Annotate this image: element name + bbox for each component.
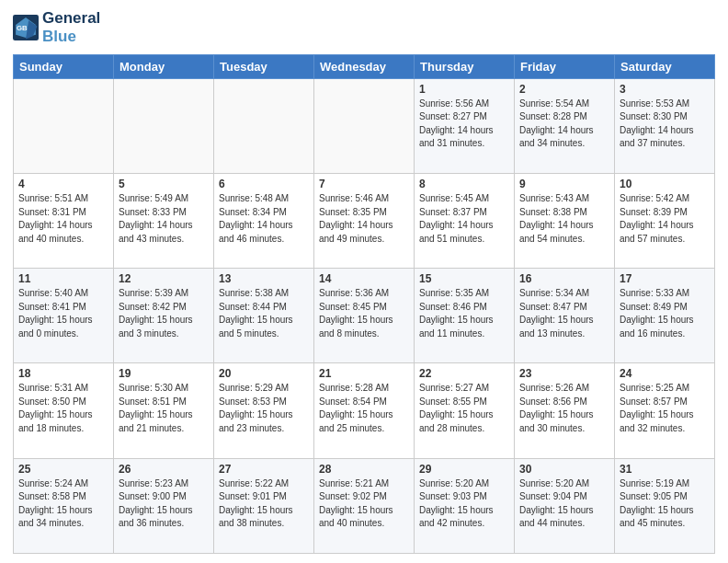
calendar-cell: 19Sunrise: 5:30 AM Sunset: 8:51 PM Dayli…: [114, 363, 214, 458]
day-info: Sunrise: 5:54 AM Sunset: 8:28 PM Dayligh…: [519, 98, 609, 151]
calendar-cell: 17Sunrise: 5:33 AM Sunset: 8:49 PM Dayli…: [615, 269, 715, 363]
calendar-cell: 16Sunrise: 5:34 AM Sunset: 8:47 PM Dayli…: [515, 269, 615, 363]
day-number: 16: [519, 272, 609, 285]
calendar-cell: 15Sunrise: 5:35 AM Sunset: 8:46 PM Dayli…: [415, 269, 515, 363]
calendar-cell: 23Sunrise: 5:26 AM Sunset: 8:56 PM Dayli…: [515, 363, 615, 458]
day-number: 25: [18, 463, 108, 476]
calendar-cell: 25Sunrise: 5:24 AM Sunset: 8:58 PM Dayli…: [14, 458, 114, 553]
day-number: 4: [18, 178, 108, 190]
day-number: 9: [519, 178, 609, 190]
day-info: Sunrise: 5:49 AM Sunset: 8:33 PM Dayligh…: [119, 192, 209, 246]
day-number: 14: [319, 272, 409, 285]
day-info: Sunrise: 5:28 AM Sunset: 8:54 PM Dayligh…: [319, 382, 409, 435]
calendar-cell: 28Sunrise: 5:21 AM Sunset: 9:02 PM Dayli…: [314, 458, 415, 553]
day-info: Sunrise: 5:42 AM Sunset: 8:39 PM Dayligh…: [620, 192, 710, 246]
day-info: Sunrise: 5:34 AM Sunset: 8:47 PM Dayligh…: [519, 287, 609, 340]
calendar-cell: 22Sunrise: 5:27 AM Sunset: 8:55 PM Dayli…: [415, 363, 515, 458]
day-info: Sunrise: 5:21 AM Sunset: 9:02 PM Dayligh…: [319, 477, 409, 531]
weekday-header-friday: Friday: [515, 54, 615, 78]
weekday-header-saturday: Saturday: [615, 54, 715, 78]
day-number: 24: [620, 367, 710, 380]
calendar-cell: [114, 78, 214, 173]
day-number: 10: [620, 178, 710, 190]
day-info: Sunrise: 5:48 AM Sunset: 8:34 PM Dayligh…: [219, 192, 309, 246]
day-info: Sunrise: 5:51 AM Sunset: 8:31 PM Dayligh…: [18, 192, 108, 246]
day-info: Sunrise: 5:38 AM Sunset: 8:44 PM Dayligh…: [219, 287, 309, 340]
day-info: Sunrise: 5:33 AM Sunset: 8:49 PM Dayligh…: [620, 287, 710, 340]
calendar-cell: [314, 78, 415, 173]
calendar-cell: 18Sunrise: 5:31 AM Sunset: 8:50 PM Dayli…: [14, 363, 114, 458]
day-info: Sunrise: 5:19 AM Sunset: 9:05 PM Dayligh…: [620, 477, 710, 531]
day-info: Sunrise: 5:25 AM Sunset: 8:57 PM Dayligh…: [620, 382, 710, 435]
day-info: Sunrise: 5:35 AM Sunset: 8:46 PM Dayligh…: [419, 287, 509, 340]
day-info: Sunrise: 5:24 AM Sunset: 8:58 PM Dayligh…: [18, 477, 108, 531]
day-number: 6: [219, 178, 309, 190]
day-info: Sunrise: 5:36 AM Sunset: 8:45 PM Dayligh…: [319, 287, 409, 340]
calendar-week-4: 18Sunrise: 5:31 AM Sunset: 8:50 PM Dayli…: [14, 363, 715, 458]
logo-icon: GB: [13, 15, 39, 40]
calendar-cell: 3Sunrise: 5:53 AM Sunset: 8:30 PM Daylig…: [615, 78, 715, 173]
weekday-header-row: SundayMondayTuesdayWednesdayThursdayFrid…: [14, 54, 715, 78]
calendar-cell: 24Sunrise: 5:25 AM Sunset: 8:57 PM Dayli…: [615, 363, 715, 458]
day-number: 15: [419, 272, 509, 285]
calendar-week-3: 11Sunrise: 5:40 AM Sunset: 8:41 PM Dayli…: [14, 269, 715, 363]
calendar-week-2: 4Sunrise: 5:51 AM Sunset: 8:31 PM Daylig…: [14, 174, 715, 269]
calendar-cell: 11Sunrise: 5:40 AM Sunset: 8:41 PM Dayli…: [14, 269, 114, 363]
calendar-cell: 8Sunrise: 5:45 AM Sunset: 8:37 PM Daylig…: [415, 174, 515, 269]
day-info: Sunrise: 5:29 AM Sunset: 8:53 PM Dayligh…: [219, 382, 309, 435]
day-number: 2: [519, 83, 609, 96]
calendar-cell: 27Sunrise: 5:22 AM Sunset: 9:01 PM Dayli…: [214, 458, 314, 553]
day-number: 30: [519, 463, 609, 476]
day-info: Sunrise: 5:39 AM Sunset: 8:42 PM Dayligh…: [119, 287, 209, 340]
weekday-header-wednesday: Wednesday: [314, 54, 415, 78]
page: GB General Blue SundayMondayTuesdayWedne…: [0, 0, 728, 563]
calendar-cell: 10Sunrise: 5:42 AM Sunset: 8:39 PM Dayli…: [615, 174, 715, 269]
day-number: 12: [119, 272, 209, 285]
day-info: Sunrise: 5:43 AM Sunset: 8:38 PM Dayligh…: [519, 192, 609, 246]
weekday-header-tuesday: Tuesday: [214, 54, 314, 78]
calendar-cell: 9Sunrise: 5:43 AM Sunset: 8:38 PM Daylig…: [515, 174, 615, 269]
weekday-header-sunday: Sunday: [14, 54, 114, 78]
day-number: 26: [119, 463, 209, 476]
day-info: Sunrise: 5:56 AM Sunset: 8:27 PM Dayligh…: [419, 98, 509, 151]
day-number: 5: [119, 178, 209, 190]
day-number: 8: [419, 178, 509, 190]
day-number: 18: [18, 367, 108, 380]
day-number: 28: [319, 463, 409, 476]
calendar-cell: 26Sunrise: 5:23 AM Sunset: 9:00 PM Dayli…: [114, 458, 214, 553]
day-info: Sunrise: 5:20 AM Sunset: 9:03 PM Dayligh…: [419, 477, 509, 531]
day-info: Sunrise: 5:30 AM Sunset: 8:51 PM Dayligh…: [119, 382, 209, 435]
day-info: Sunrise: 5:23 AM Sunset: 9:00 PM Dayligh…: [119, 477, 209, 531]
calendar-cell: [14, 78, 114, 173]
calendar-cell: 13Sunrise: 5:38 AM Sunset: 8:44 PM Dayli…: [214, 269, 314, 363]
calendar-cell: 29Sunrise: 5:20 AM Sunset: 9:03 PM Dayli…: [415, 458, 515, 553]
day-info: Sunrise: 5:26 AM Sunset: 8:56 PM Dayligh…: [519, 382, 609, 435]
calendar-week-5: 25Sunrise: 5:24 AM Sunset: 8:58 PM Dayli…: [14, 458, 715, 553]
logo: GB General Blue: [13, 9, 100, 47]
calendar-cell: 5Sunrise: 5:49 AM Sunset: 8:33 PM Daylig…: [114, 174, 214, 269]
day-number: 20: [219, 367, 309, 380]
day-number: 29: [419, 463, 509, 476]
header: GB General Blue: [13, 9, 715, 47]
calendar-cell: 4Sunrise: 5:51 AM Sunset: 8:31 PM Daylig…: [14, 174, 114, 269]
calendar-cell: 14Sunrise: 5:36 AM Sunset: 8:45 PM Dayli…: [314, 269, 415, 363]
day-info: Sunrise: 5:40 AM Sunset: 8:41 PM Dayligh…: [18, 287, 108, 340]
day-info: Sunrise: 5:53 AM Sunset: 8:30 PM Dayligh…: [620, 98, 710, 151]
day-info: Sunrise: 5:22 AM Sunset: 9:01 PM Dayligh…: [219, 477, 309, 531]
day-number: 31: [620, 463, 710, 476]
calendar-cell: 1Sunrise: 5:56 AM Sunset: 8:27 PM Daylig…: [415, 78, 515, 173]
day-number: 23: [519, 367, 609, 380]
calendar-week-1: 1Sunrise: 5:56 AM Sunset: 8:27 PM Daylig…: [14, 78, 715, 173]
weekday-header-monday: Monday: [114, 54, 214, 78]
day-number: 17: [620, 272, 710, 285]
calendar-cell: 2Sunrise: 5:54 AM Sunset: 8:28 PM Daylig…: [515, 78, 615, 173]
calendar-cell: [214, 78, 314, 173]
day-number: 27: [219, 463, 309, 476]
day-number: 1: [419, 83, 509, 96]
day-info: Sunrise: 5:31 AM Sunset: 8:50 PM Dayligh…: [18, 382, 108, 435]
day-number: 21: [319, 367, 409, 380]
calendar-cell: 7Sunrise: 5:46 AM Sunset: 8:35 PM Daylig…: [314, 174, 415, 269]
day-number: 3: [620, 83, 710, 96]
day-number: 22: [419, 367, 509, 380]
day-info: Sunrise: 5:20 AM Sunset: 9:04 PM Dayligh…: [519, 477, 609, 531]
